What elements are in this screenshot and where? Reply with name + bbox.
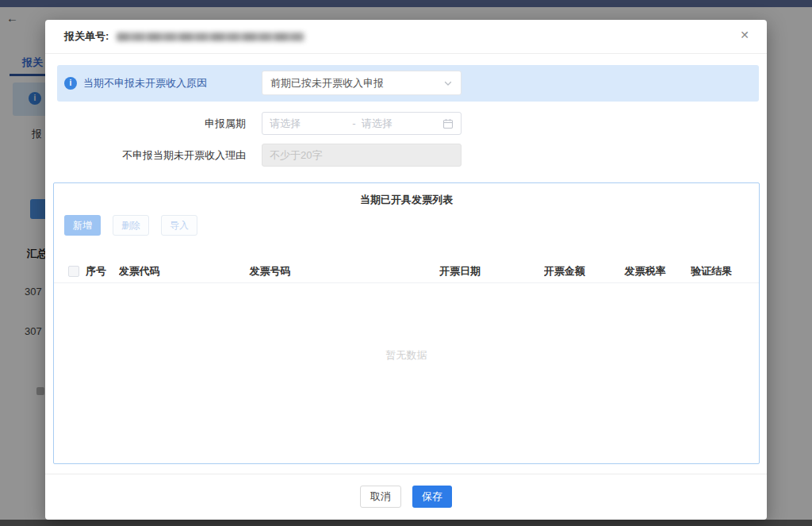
column-header-verify-result: 验证结果 [691, 264, 759, 278]
column-header-invoice-date: 开票日期 [439, 264, 544, 278]
reason-select[interactable]: 前期已按未开票收入申报 [262, 71, 462, 95]
invoice-table-header: 序号 发票代码 发票号码 开票日期 开票金额 发票税率 验证结果 [54, 259, 759, 283]
modal-title: 报关单号: [64, 29, 109, 44]
customs-declaration-modal: 报关单号: ✕ i 当期不申报未开票收入原因 前期已按未开票收入申报 申报属期 … [45, 20, 767, 520]
reason-banner: i 当期不申报未开票收入原因 前期已按未开票收入申报 [57, 65, 759, 102]
import-invoice-button[interactable]: 导入 [161, 215, 197, 236]
column-header-invoice-number: 发票号码 [249, 264, 439, 278]
invoice-list-panel: 当期已开具发票列表 新增 删除 导入 序号 发票代码 发票号码 开票日期 开票金… [53, 182, 760, 464]
date-range-separator: - [352, 117, 355, 129]
cancel-button[interactable]: 取消 [360, 486, 401, 508]
footer-divider [45, 474, 767, 474]
date-start-placeholder: 请选择 [270, 117, 350, 131]
add-invoice-button[interactable]: 新增 [64, 215, 101, 236]
reason-text-input[interactable]: 不少于20字 [262, 144, 462, 167]
date-end-placeholder: 请选择 [358, 117, 442, 131]
period-label: 申报属期 [57, 112, 246, 135]
select-all-checkbox[interactable] [68, 266, 79, 277]
period-date-range-input[interactable]: 请选择 - 请选择 [262, 112, 462, 135]
chevron-down-icon [443, 79, 453, 88]
empty-state-text: 暂无数据 [54, 348, 759, 363]
info-icon: i [64, 77, 77, 90]
modal-footer: 取消 保存 [45, 486, 767, 508]
reason-banner-label: 当期不申报未开票收入原因 [83, 76, 207, 90]
column-header-tax-rate: 发票税率 [624, 264, 691, 278]
column-header-seq: 序号 [86, 264, 119, 278]
declaration-number-redacted [117, 33, 304, 41]
column-header-invoice-amount: 开票金额 [544, 264, 625, 278]
invoice-panel-title: 当期已开具发票列表 [54, 193, 759, 207]
delete-invoice-button[interactable]: 删除 [113, 215, 149, 236]
column-header-invoice-code: 发票代码 [119, 264, 250, 278]
reason-text-label: 不申报当期未开票收入理由 [57, 144, 246, 167]
modal-header: 报关单号: ✕ [45, 20, 767, 54]
reason-select-value: 前期已按未开票收入申报 [270, 76, 443, 90]
save-button[interactable]: 保存 [412, 486, 452, 508]
header-checkbox-cell [54, 265, 86, 278]
close-icon[interactable]: ✕ [740, 29, 749, 40]
calendar-icon [442, 118, 454, 129]
invoice-toolbar: 新增 删除 导入 [64, 215, 197, 236]
